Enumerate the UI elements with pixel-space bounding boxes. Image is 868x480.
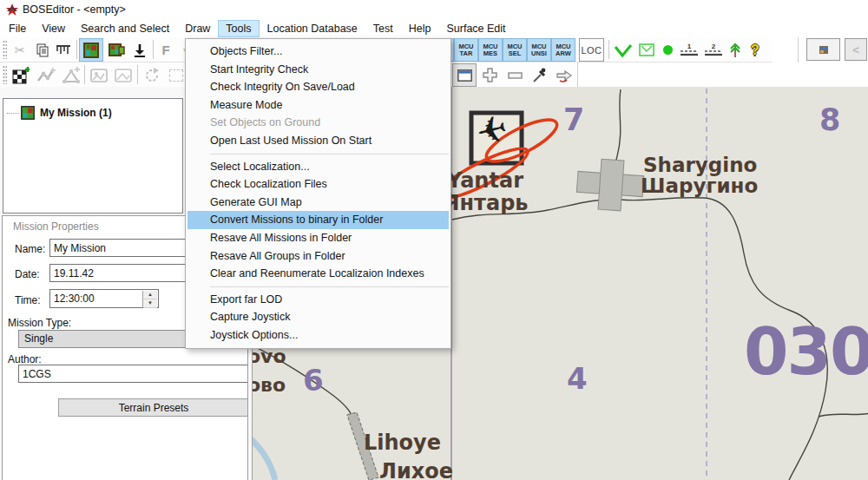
zoom-out-button[interactable] (503, 64, 526, 86)
back-button[interactable]: < (845, 38, 867, 61)
spin-down-icon[interactable]: ▼ (143, 299, 157, 308)
properties-title: Mission Properties (13, 220, 99, 233)
author-label: Author: (8, 353, 42, 365)
menu-item-measure-mode[interactable]: Measure Mode (186, 96, 450, 115)
menu-tools[interactable]: Tools (219, 21, 258, 36)
mission-type-value: Single (24, 332, 53, 345)
menu-item-export-far-lod[interactable]: Export far LOD (186, 291, 450, 309)
check-translator-button[interactable] (612, 39, 635, 61)
font-button[interactable]: F (156, 39, 175, 61)
app-icon (5, 3, 19, 16)
mcu-arw-button[interactable]: MCU ARW (552, 39, 575, 61)
menu-item-generate-gui-map[interactable]: Generate GUI Map (186, 194, 450, 212)
loc-button[interactable]: LOC (580, 39, 603, 61)
mission-icon (21, 106, 35, 120)
tree-branch-line (7, 113, 19, 114)
terrain-map-icon (83, 43, 99, 58)
minus-icon (508, 72, 523, 79)
cut-button[interactable]: ✂ (10, 39, 30, 61)
boseditor-window: BOSEditor - <empty> File View Search and… (0, 0, 868, 480)
help-icon: ? (751, 43, 760, 58)
ruler-icon (56, 44, 71, 56)
menu-view[interactable]: View (35, 21, 72, 36)
time-input[interactable] (50, 290, 141, 307)
loc-label: LOC (581, 45, 602, 56)
grid-number-7: 7 (563, 102, 584, 137)
image-b-button[interactable] (112, 64, 135, 86)
svg-text:2: 2 (712, 43, 716, 50)
map-road (819, 413, 868, 417)
author-input[interactable] (18, 365, 248, 383)
route-2-button[interactable]: 2 (702, 39, 725, 61)
toolbar-separator (153, 40, 154, 59)
menu-item-select-localization[interactable]: Select Localization... (186, 158, 450, 176)
toolbar-grip[interactable] (3, 40, 7, 59)
eyedropper-icon (532, 68, 548, 83)
menu-test[interactable]: Test (366, 21, 400, 36)
picker-button[interactable] (529, 64, 551, 86)
menu-draw[interactable]: Draw (178, 21, 217, 36)
window-mode-button[interactable] (453, 64, 476, 86)
mcu-mes-button[interactable]: MCU MES (479, 39, 502, 61)
rotate-button[interactable] (141, 64, 163, 86)
menu-item-resave-all-groups[interactable]: Resave All Groups in Folder (186, 247, 450, 266)
terrain-view-button[interactable] (80, 39, 102, 61)
toolbar-grip[interactable] (3, 65, 7, 84)
help-button[interactable]: ? (745, 39, 766, 61)
zoom-in-button[interactable] (478, 64, 501, 86)
menu-item-joystick-options[interactable]: Joystick Options... (186, 326, 450, 345)
mini-toolbar: < (798, 37, 868, 62)
menu-item-open-last-used-mission[interactable]: Open Last Used Mission On Start (186, 132, 450, 150)
copy-button[interactable] (32, 39, 53, 61)
time-spinner[interactable]: ▲▼ (142, 291, 157, 307)
menu-item-resave-all-missions[interactable]: Resave All Missions in Folder (186, 229, 450, 247)
mcu-label: SEL (509, 49, 522, 57)
spin-up-icon[interactable]: ▲ (143, 291, 157, 299)
tree-height-button[interactable] (727, 39, 743, 61)
tree-arrow-icon (728, 43, 742, 58)
name-label: Name: (15, 243, 45, 255)
checkerboard-plus-icon (12, 67, 30, 84)
import-button[interactable] (130, 39, 149, 61)
menu-item-capture-joystick[interactable]: Capture Joystick (186, 308, 450, 326)
add-bridge-button[interactable] (35, 64, 57, 86)
menu-item-objects-filter[interactable]: Objects Filter... (186, 43, 450, 61)
menu-surface-edit[interactable]: Surface Edit (439, 21, 512, 36)
time-label: Time: (15, 294, 41, 306)
mcu-unsi-button[interactable]: MCU UNSI (528, 39, 550, 61)
menu-item-check-integrity-on-save-load[interactable]: Check Integrity On Save/Load (186, 78, 450, 96)
add-network-button[interactable] (60, 64, 82, 86)
preview-button[interactable] (806, 38, 840, 61)
plus-icon (483, 68, 497, 82)
menu-item-check-localization-files[interactable]: Check Localization Files (186, 175, 450, 194)
waypoint-button[interactable] (659, 39, 676, 61)
route-1-button[interactable]: 1 (678, 39, 700, 61)
message-button[interactable] (636, 39, 657, 61)
menu-search-and-select[interactable]: Search and Select (74, 21, 176, 36)
jump-to-button[interactable] (553, 64, 575, 86)
menu-item-set-objects-on-ground: Set Objects on Ground (186, 114, 450, 132)
terrain-presets-button[interactable]: Terrain Presets (58, 398, 248, 417)
menu-item-clear-reenumerate-localization-indexes[interactable]: Clear and Reenumerate Localizaion Indexe… (186, 265, 450, 283)
image-a-button[interactable] (88, 64, 110, 86)
measure-button[interactable] (53, 39, 74, 61)
mcu-tar-button[interactable]: MCU TAR (455, 39, 477, 61)
map-label-partial-en: ovo (252, 345, 286, 367)
tree-root-item[interactable]: My Mission (1) (7, 106, 112, 120)
menu-item-start-integrity-check[interactable]: Start Integrity Check (186, 61, 450, 79)
svg-text:1: 1 (687, 43, 692, 50)
route-1-icon: 1 (680, 43, 699, 57)
tree-root-label: My Mission (1) (40, 107, 112, 119)
menu-file[interactable]: File (2, 21, 33, 36)
menu-help[interactable]: Help (402, 21, 438, 36)
window-icon (457, 69, 472, 82)
check-icon (614, 43, 633, 57)
menu-location-database[interactable]: Location Database (260, 21, 365, 36)
toolbar-separator (84, 65, 85, 84)
image-icon (90, 69, 108, 82)
mcu-sel-button[interactable]: MCU SEL (503, 39, 526, 61)
terrain-layers-button[interactable] (105, 39, 128, 61)
menu-item-convert-missions-to-binary[interactable]: Convert Missions to binary in Folder (187, 211, 449, 229)
add-object-button[interactable] (10, 64, 32, 86)
menu-separator (210, 154, 449, 155)
